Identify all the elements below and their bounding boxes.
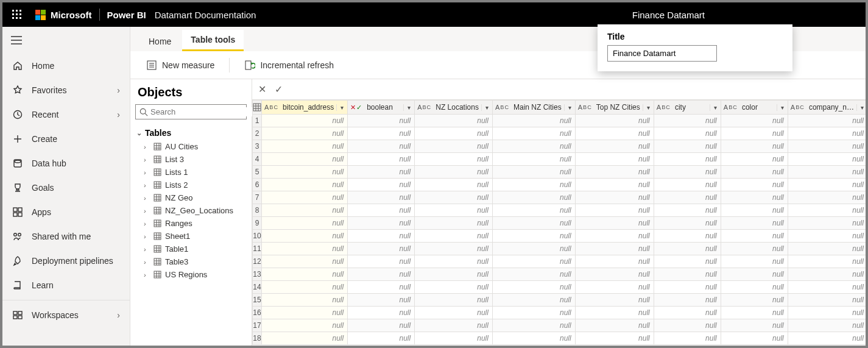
- cell[interactable]: null: [492, 140, 575, 153]
- cell[interactable]: null: [415, 191, 493, 204]
- cell[interactable]: null: [492, 307, 575, 319]
- table-item[interactable]: › Lists 2: [135, 179, 247, 191]
- cell[interactable]: null: [788, 268, 866, 281]
- cell[interactable]: null: [788, 166, 866, 179]
- row-number[interactable]: 6: [253, 179, 262, 191]
- row-number[interactable]: 9: [253, 217, 262, 230]
- cell[interactable]: null: [575, 319, 654, 332]
- grid-scroll[interactable]: ABC bitcoin_address ▾ ✕✓ boolean ▾ ABC N…: [252, 100, 866, 346]
- row-number[interactable]: 13: [253, 268, 262, 281]
- cell[interactable]: null: [415, 319, 493, 332]
- nav-book[interactable]: Learn: [2, 273, 130, 297]
- cell[interactable]: null: [721, 319, 788, 332]
- cell[interactable]: null: [262, 115, 348, 127]
- row-number[interactable]: 16: [253, 307, 262, 319]
- column-header[interactable]: ABC color ▾: [721, 101, 788, 115]
- table-item[interactable]: › Table3: [135, 255, 247, 268]
- cell[interactable]: null: [415, 127, 493, 140]
- column-header[interactable]: ABC city ▾: [654, 101, 721, 115]
- cell[interactable]: null: [721, 204, 788, 217]
- cell[interactable]: null: [654, 153, 721, 166]
- title-input[interactable]: [607, 45, 717, 62]
- cell[interactable]: null: [654, 166, 721, 179]
- cell[interactable]: null: [348, 255, 415, 268]
- cell[interactable]: null: [788, 127, 866, 140]
- cell[interactable]: null: [492, 115, 575, 127]
- datatype-icon[interactable]: ABC: [721, 104, 739, 111]
- cell[interactable]: null: [415, 179, 493, 191]
- table-item[interactable]: › AU Cities: [135, 140, 247, 153]
- cell[interactable]: null: [575, 268, 654, 281]
- cell[interactable]: null: [262, 153, 348, 166]
- cell[interactable]: null: [721, 191, 788, 204]
- nav-trophy[interactable]: Goals: [2, 176, 130, 200]
- app-launcher-icon[interactable]: [5, 2, 29, 27]
- cell[interactable]: null: [492, 294, 575, 307]
- cell[interactable]: null: [721, 243, 788, 255]
- cell[interactable]: null: [492, 268, 575, 281]
- cell[interactable]: null: [415, 230, 493, 243]
- cell[interactable]: null: [262, 166, 348, 179]
- cell[interactable]: null: [415, 217, 493, 230]
- cell[interactable]: null: [654, 243, 721, 255]
- datatype-icon[interactable]: ✕✓: [348, 104, 364, 112]
- cell[interactable]: null: [415, 294, 493, 307]
- cancel-icon[interactable]: ✕: [258, 83, 266, 95]
- cell[interactable]: null: [575, 243, 654, 255]
- column-header[interactable]: ABC NZ Locations ▾: [415, 101, 493, 115]
- cell[interactable]: null: [575, 281, 654, 294]
- row-number[interactable]: 10: [253, 230, 262, 243]
- cell[interactable]: null: [654, 191, 721, 204]
- cell[interactable]: null: [654, 268, 721, 281]
- cell[interactable]: null: [262, 217, 348, 230]
- column-filter-icon[interactable]: ▾: [777, 104, 788, 111]
- cell[interactable]: null: [721, 332, 788, 345]
- row-number[interactable]: 15: [253, 294, 262, 307]
- cell[interactable]: null: [492, 127, 575, 140]
- cell[interactable]: null: [575, 332, 654, 345]
- cell[interactable]: null: [348, 332, 415, 345]
- cell[interactable]: null: [654, 332, 721, 345]
- cell[interactable]: null: [575, 191, 654, 204]
- table-item[interactable]: › Table1: [135, 243, 247, 255]
- cell[interactable]: null: [492, 166, 575, 179]
- nav-data[interactable]: Data hub: [2, 151, 130, 176]
- cell[interactable]: null: [348, 319, 415, 332]
- cell[interactable]: null: [262, 332, 348, 345]
- cell[interactable]: null: [721, 115, 788, 127]
- nav-plus[interactable]: Create: [2, 127, 130, 151]
- cell[interactable]: null: [262, 243, 348, 255]
- objects-search-input[interactable]: [150, 107, 253, 116]
- objects-search[interactable]: [135, 104, 247, 119]
- table-item[interactable]: › NZ_Geo_Locations: [135, 204, 247, 217]
- cell[interactable]: null: [415, 140, 493, 153]
- cell[interactable]: null: [492, 217, 575, 230]
- new-measure-button[interactable]: New measure: [140, 56, 221, 74]
- datatype-icon[interactable]: ABC: [262, 104, 280, 111]
- cell[interactable]: null: [721, 294, 788, 307]
- nav-ws[interactable]: Workspaces ›: [2, 303, 130, 327]
- row-number[interactable]: 14: [253, 281, 262, 294]
- cell[interactable]: null: [654, 230, 721, 243]
- cell[interactable]: null: [348, 243, 415, 255]
- cell[interactable]: null: [788, 307, 866, 319]
- cell[interactable]: null: [415, 268, 493, 281]
- cell[interactable]: null: [654, 294, 721, 307]
- datamart-name[interactable]: Finance Datamart: [632, 10, 705, 20]
- row-number[interactable]: 1: [253, 115, 262, 127]
- cell[interactable]: null: [348, 281, 415, 294]
- commit-icon[interactable]: ✓: [275, 83, 283, 95]
- cell[interactable]: null: [262, 255, 348, 268]
- nav-rocket[interactable]: Deployment pipelines: [2, 249, 130, 273]
- cell[interactable]: null: [575, 307, 654, 319]
- table-item[interactable]: › Ranges: [135, 217, 247, 230]
- cell[interactable]: null: [262, 307, 348, 319]
- nav-toggle-icon[interactable]: [2, 27, 130, 54]
- cell[interactable]: null: [262, 191, 348, 204]
- table-item[interactable]: › NZ Geo: [135, 191, 247, 204]
- cell[interactable]: null: [348, 307, 415, 319]
- column-filter-icon[interactable]: ▾: [856, 104, 866, 111]
- cell[interactable]: null: [262, 281, 348, 294]
- cell[interactable]: null: [492, 179, 575, 191]
- cell[interactable]: null: [415, 243, 493, 255]
